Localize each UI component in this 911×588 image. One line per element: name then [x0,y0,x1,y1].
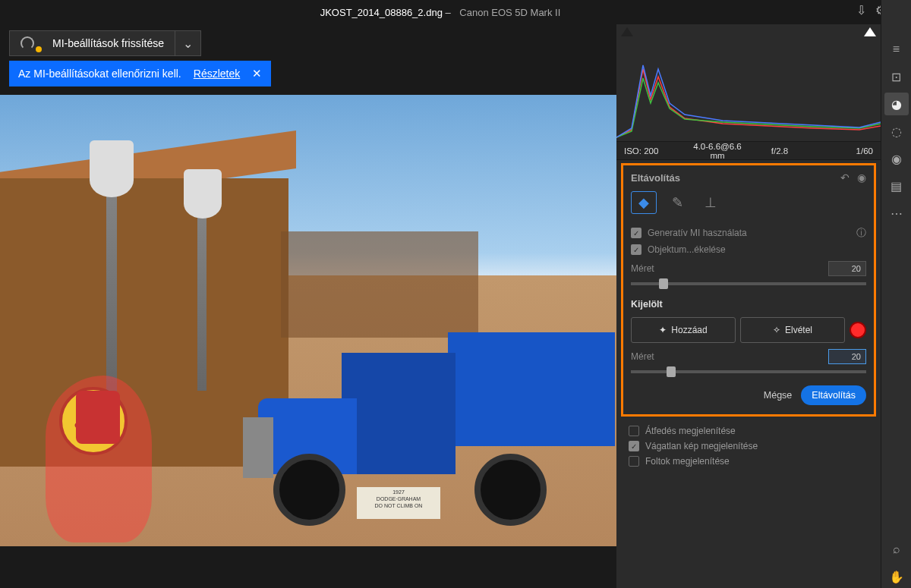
crop-icon[interactable]: ⊡ [884,65,909,88]
metadata-row: ISO: 200 4.0-6.6@6.6 mm f/2.8 1/60 [616,142,881,160]
mi-refresh-button[interactable]: MI-beállítások frissítése ⌄ [9,30,201,56]
hand-icon[interactable]: ✋ [884,565,909,588]
meta-iso: ISO: 200 [624,146,686,156]
eraser-tool[interactable]: ◆ [631,191,657,214]
check-icon: ✓ [629,441,639,451]
view-options: Átfedés megjelenítése ✓ Vágatlan kép meg… [616,420,881,477]
edit-icon[interactable]: ≡ [884,38,909,61]
more-icon[interactable]: ⋯ [884,202,909,225]
meta-aperture: f/2.8 [749,146,811,156]
size-input-2[interactable]: 20 [828,349,866,364]
title-bar: JKOST_2014_08886_2.dng – Canon EOS 5D Ma… [0,0,881,24]
notification-close-icon[interactable]: ✕ [252,67,262,80]
chevron-down-icon[interactable]: ⌄ [175,36,200,51]
size-input-1[interactable]: 20 [828,261,866,276]
cancel-button[interactable]: Mégse [764,390,793,401]
mask-icon[interactable]: ◌ [884,120,909,143]
size-label-2: Méret [631,351,654,362]
tool-tabs: ◆ ✎ ⊥ [631,191,866,214]
selected-label: Kijelölt [631,299,866,310]
truck-subject: 1927 DODGE·GRAHAM DO NOT CLIMB ON [205,319,615,531]
histogram-plot [616,24,881,141]
presets-icon[interactable]: ▤ [884,175,909,197]
heal-tool[interactable]: ✎ [664,191,690,214]
zoom-icon[interactable]: ⌕ [884,538,909,561]
notification-bar: Az MI-beállításokat ellenőrizni kell. Ré… [9,61,271,86]
redeye-icon[interactable]: ◉ [884,147,909,170]
size-slider-2[interactable] [631,370,866,373]
subtract-button[interactable]: ✧ Elvétel [740,317,845,343]
overlap-checkbox[interactable]: Átfedés megjelenítése [629,426,868,436]
size-label: Méret [631,263,654,274]
record-indicator[interactable] [850,322,866,338]
check-icon: ✓ [631,244,641,255]
check-icon: ✓ [631,228,641,238]
spots-checkbox[interactable]: Foltok megjelenítése [629,456,868,467]
notification-message: Az MI-beállításokat ellenőrizni kell. [18,68,181,80]
uncut-checkbox[interactable]: ✓ Vágatlan kép megjelenítése [629,441,868,451]
clone-tool[interactable]: ⊥ [698,191,723,214]
undo-icon[interactable]: ↶ [840,171,850,184]
object-detect-checkbox[interactable]: ✓ Objektum...ékelése [631,244,866,255]
notification-details-link[interactable]: Részletek [194,68,240,80]
tool-strip: ≡ ⊡ ◕ ◌ ◉ ▤ ⋯ ⌕ ✋ [881,0,911,588]
refresh-icon [20,36,34,50]
eye-icon[interactable]: ◉ [857,171,866,184]
apply-button[interactable]: Eltávolítás [801,385,866,405]
add-button[interactable]: ✦ Hozzáad [631,317,736,343]
checkbox-icon [629,426,639,436]
right-panel: ISO: 200 4.0-6.6@6.6 mm f/2.8 1/60 Eltáv… [616,24,881,588]
histogram[interactable] [616,24,881,142]
mi-refresh-label: MI-beállítások frissítése [52,37,164,49]
license-plate: 1927 DODGE·GRAHAM DO NOT CLIMB ON [357,487,440,519]
info-icon[interactable]: ⓘ [856,226,866,240]
meta-shutter: 1/60 [811,146,873,156]
image-canvas[interactable]: 1927 DODGE·GRAHAM DO NOT CLIMB ON SHELL … [0,95,616,546]
healing-icon[interactable]: ◕ [884,93,909,115]
panel-title: Eltávolítás [631,172,680,184]
file-name: JKOST_2014_08886_2.dng [320,7,443,18]
export-icon[interactable]: ⇩ [856,3,866,17]
size-slider-1[interactable] [631,282,866,285]
meta-lens: 4.0-6.6@6.6 mm [686,142,749,160]
removal-panel: Eltávolítás ↶ ◉ ◆ ✎ ⊥ ✓ Generatív MI has… [621,163,876,417]
brush-add-icon: ✦ [659,325,667,335]
status-dot-icon [36,46,42,52]
gen-ai-checkbox[interactable]: ✓ Generatív MI használata ⓘ [631,226,866,240]
checkbox-icon [629,456,639,467]
camera-model: Canon EOS 5D Mark II [459,7,560,18]
brush-subtract-icon: ✧ [773,325,780,335]
